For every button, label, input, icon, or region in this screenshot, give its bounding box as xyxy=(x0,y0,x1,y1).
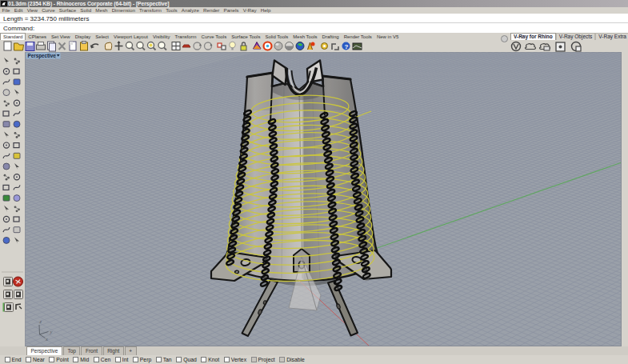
svg-text:?: ? xyxy=(345,43,349,50)
svg-text:z: z xyxy=(39,318,42,324)
svg-text:Perspective: Perspective xyxy=(28,53,57,59)
svg-text:y: y xyxy=(50,329,53,334)
svg-text:x: x xyxy=(45,336,48,342)
